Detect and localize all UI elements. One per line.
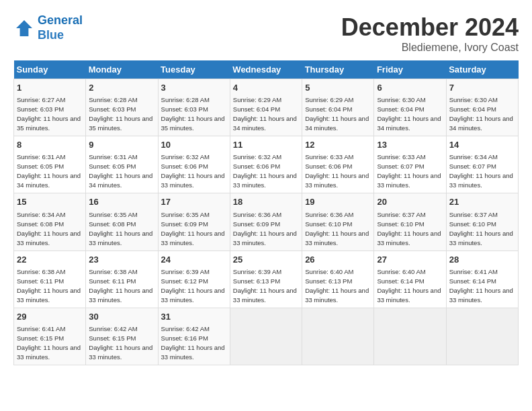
- calendar-cell: [302, 308, 374, 365]
- day-info: Sunrise: 6:41 AMSunset: 6:14 PMDaylight:…: [449, 268, 513, 304]
- calendar-cell: 22Sunrise: 6:38 AMSunset: 6:11 PMDayligh…: [14, 250, 86, 308]
- month-title: December 2024: [341, 13, 519, 42]
- logo: General Blue: [13, 13, 83, 42]
- header-thursday: Thursday: [302, 60, 374, 79]
- day-info: Sunrise: 6:28 AMSunset: 6:03 PMDaylight:…: [161, 96, 225, 132]
- calendar-cell: 15Sunrise: 6:34 AMSunset: 6:08 PMDayligh…: [14, 193, 86, 250]
- day-info: Sunrise: 6:41 AMSunset: 6:15 PMDaylight:…: [17, 325, 81, 361]
- calendar-cell: 30Sunrise: 6:42 AMSunset: 6:15 PMDayligh…: [86, 308, 158, 365]
- day-number: 25: [233, 254, 299, 266]
- day-number: 13: [377, 139, 443, 151]
- day-info: Sunrise: 6:39 AMSunset: 6:12 PMDaylight:…: [161, 268, 225, 304]
- day-number: 29: [17, 311, 83, 323]
- calendar-cell: 8Sunrise: 6:31 AMSunset: 6:05 PMDaylight…: [14, 136, 86, 193]
- location-title: Blediemene, Ivory Coast: [341, 42, 519, 54]
- calendar-row-4: 22Sunrise: 6:38 AMSunset: 6:11 PMDayligh…: [14, 250, 519, 308]
- day-info: Sunrise: 6:28 AMSunset: 6:03 PMDaylight:…: [89, 96, 152, 132]
- day-info: Sunrise: 6:40 AMSunset: 6:14 PMDaylight:…: [377, 268, 441, 304]
- day-info: Sunrise: 6:30 AMSunset: 6:04 PMDaylight:…: [449, 96, 513, 132]
- day-number: 30: [89, 311, 154, 323]
- calendar-cell: 26Sunrise: 6:40 AMSunset: 6:13 PMDayligh…: [302, 250, 374, 308]
- day-info: Sunrise: 6:38 AMSunset: 6:11 PMDaylight:…: [17, 268, 81, 304]
- day-number: 7: [449, 82, 515, 94]
- calendar-cell: 29Sunrise: 6:41 AMSunset: 6:15 PMDayligh…: [14, 308, 86, 365]
- day-info: Sunrise: 6:31 AMSunset: 6:05 PMDaylight:…: [89, 153, 152, 189]
- day-info: Sunrise: 6:36 AMSunset: 6:10 PMDaylight:…: [305, 211, 369, 246]
- calendar-cell: 18Sunrise: 6:36 AMSunset: 6:09 PMDayligh…: [230, 193, 302, 250]
- calendar-row-5: 29Sunrise: 6:41 AMSunset: 6:15 PMDayligh…: [14, 308, 519, 365]
- header-wednesday: Wednesday: [230, 60, 302, 79]
- day-info: Sunrise: 6:42 AMSunset: 6:16 PMDaylight:…: [161, 325, 225, 361]
- svg-marker-0: [16, 20, 32, 36]
- day-number: 23: [89, 254, 154, 266]
- day-number: 10: [161, 139, 227, 151]
- calendar-cell: 21Sunrise: 6:37 AMSunset: 6:10 PMDayligh…: [446, 193, 518, 250]
- day-number: 11: [233, 139, 299, 151]
- day-number: 2: [89, 82, 154, 94]
- day-info: Sunrise: 6:37 AMSunset: 6:10 PMDaylight:…: [377, 211, 441, 246]
- calendar-cell: 27Sunrise: 6:40 AMSunset: 6:14 PMDayligh…: [374, 250, 446, 308]
- day-number: 20: [377, 196, 443, 208]
- day-info: Sunrise: 6:38 AMSunset: 6:11 PMDaylight:…: [89, 268, 152, 304]
- calendar-cell: 24Sunrise: 6:39 AMSunset: 6:12 PMDayligh…: [158, 250, 230, 308]
- calendar-cell: 2Sunrise: 6:28 AMSunset: 6:03 PMDaylight…: [86, 79, 158, 136]
- day-info: Sunrise: 6:34 AMSunset: 6:08 PMDaylight:…: [17, 211, 81, 246]
- title-area: December 2024 Blediemene, Ivory Coast: [341, 13, 519, 54]
- calendar-cell: [230, 308, 302, 365]
- calendar-cell: 19Sunrise: 6:36 AMSunset: 6:10 PMDayligh…: [302, 193, 374, 250]
- day-info: Sunrise: 6:33 AMSunset: 6:07 PMDaylight:…: [377, 153, 441, 189]
- calendar-cell: 6Sunrise: 6:30 AMSunset: 6:04 PMDaylight…: [374, 79, 446, 136]
- day-info: Sunrise: 6:39 AMSunset: 6:13 PMDaylight:…: [233, 268, 297, 304]
- day-info: Sunrise: 6:29 AMSunset: 6:04 PMDaylight:…: [305, 96, 369, 132]
- day-number: 3: [161, 82, 227, 94]
- day-number: 24: [161, 254, 227, 266]
- logo-text: General Blue: [38, 13, 83, 42]
- logo-line1: General: [38, 13, 83, 27]
- calendar-cell: 3Sunrise: 6:28 AMSunset: 6:03 PMDaylight…: [158, 79, 230, 136]
- day-number: 15: [17, 196, 83, 208]
- day-number: 4: [233, 82, 299, 94]
- calendar-cell: [374, 308, 446, 365]
- calendar-row-2: 8Sunrise: 6:31 AMSunset: 6:05 PMDaylight…: [14, 136, 519, 193]
- calendar-cell: 10Sunrise: 6:32 AMSunset: 6:06 PMDayligh…: [158, 136, 230, 193]
- day-info: Sunrise: 6:32 AMSunset: 6:06 PMDaylight:…: [161, 153, 225, 189]
- calendar-cell: 11Sunrise: 6:32 AMSunset: 6:06 PMDayligh…: [230, 136, 302, 193]
- day-info: Sunrise: 6:34 AMSunset: 6:07 PMDaylight:…: [449, 153, 513, 189]
- logo-line2: Blue: [38, 28, 83, 43]
- calendar-cell: 1Sunrise: 6:27 AMSunset: 6:03 PMDaylight…: [14, 79, 86, 136]
- day-number: 18: [233, 196, 299, 208]
- calendar-row-1: 1Sunrise: 6:27 AMSunset: 6:03 PMDaylight…: [14, 79, 519, 136]
- day-number: 19: [305, 196, 371, 208]
- calendar-cell: 17Sunrise: 6:35 AMSunset: 6:09 PMDayligh…: [158, 193, 230, 250]
- page-header: General Blue December 2024 Blediemene, I…: [13, 13, 519, 54]
- day-info: Sunrise: 6:35 AMSunset: 6:08 PMDaylight:…: [89, 211, 152, 246]
- day-number: 1: [17, 82, 83, 94]
- header-saturday: Saturday: [446, 60, 518, 79]
- day-info: Sunrise: 6:42 AMSunset: 6:15 PMDaylight:…: [89, 325, 152, 361]
- calendar-cell: 31Sunrise: 6:42 AMSunset: 6:16 PMDayligh…: [158, 308, 230, 365]
- day-info: Sunrise: 6:40 AMSunset: 6:13 PMDaylight:…: [305, 268, 369, 304]
- day-number: 5: [305, 82, 371, 94]
- day-number: 28: [449, 254, 515, 266]
- day-number: 26: [305, 254, 371, 266]
- calendar-cell: 12Sunrise: 6:33 AMSunset: 6:06 PMDayligh…: [302, 136, 374, 193]
- header-monday: Monday: [86, 60, 158, 79]
- calendar-cell: 16Sunrise: 6:35 AMSunset: 6:08 PMDayligh…: [86, 193, 158, 250]
- calendar-cell: 9Sunrise: 6:31 AMSunset: 6:05 PMDaylight…: [86, 136, 158, 193]
- day-number: 27: [377, 254, 443, 266]
- calendar-cell: 4Sunrise: 6:29 AMSunset: 6:04 PMDaylight…: [230, 79, 302, 136]
- day-info: Sunrise: 6:29 AMSunset: 6:04 PMDaylight:…: [233, 96, 297, 132]
- day-info: Sunrise: 6:32 AMSunset: 6:06 PMDaylight:…: [233, 153, 297, 189]
- calendar-cell: 23Sunrise: 6:38 AMSunset: 6:11 PMDayligh…: [86, 250, 158, 308]
- day-info: Sunrise: 6:27 AMSunset: 6:03 PMDaylight:…: [17, 96, 81, 132]
- day-number: 14: [449, 139, 515, 151]
- day-info: Sunrise: 6:37 AMSunset: 6:10 PMDaylight:…: [449, 211, 513, 246]
- day-info: Sunrise: 6:31 AMSunset: 6:05 PMDaylight:…: [17, 153, 81, 189]
- logo-icon: [13, 17, 35, 39]
- day-number: 31: [161, 311, 227, 323]
- day-number: 16: [89, 196, 154, 208]
- day-info: Sunrise: 6:30 AMSunset: 6:04 PMDaylight:…: [377, 96, 441, 132]
- header-tuesday: Tuesday: [158, 60, 230, 79]
- day-number: 12: [305, 139, 371, 151]
- day-info: Sunrise: 6:36 AMSunset: 6:09 PMDaylight:…: [233, 211, 297, 246]
